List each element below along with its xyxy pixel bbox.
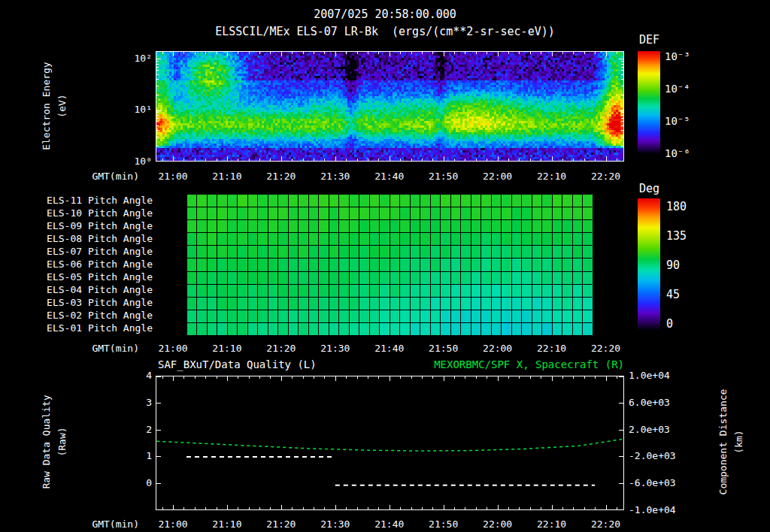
plot-screen: 2007/025 20:58:00.000 ELSSCIL/MEx ELS-07…: [0, 0, 770, 532]
def-colorbar-tick-label: 10⁻⁶: [665, 147, 690, 159]
x-tick-label: 22:00: [483, 343, 512, 354]
x-axis-title: GMT(min): [64, 171, 139, 182]
deg-colorbar-title: Deg: [639, 182, 659, 195]
quality-y-axis-title: Raw Data Quality (Raw): [38, 394, 70, 488]
spectrogram-y-axis-title-line2: (eV): [54, 62, 70, 150]
spectrogram-y-tick-label: 10¹: [120, 104, 152, 115]
quality-y-tick-label: 0: [120, 477, 152, 488]
bottom-right-title: MEXORBMC/SPF X, Spacecraft (R): [323, 358, 624, 370]
electron-spectrogram-canvas: [156, 51, 624, 162]
x-tick-label: 22:00: [483, 171, 512, 182]
def-colorbar-tick-label: 10⁻⁴: [665, 83, 690, 95]
deg-colorbar-tick-label: 0: [666, 317, 673, 331]
x-tick-label: 21:00: [158, 171, 187, 182]
quality-y-tick-label: 3: [120, 397, 152, 408]
spectrogram-y-tick-label: 10²: [120, 53, 152, 64]
pitch-row-label: ELS-02 Pitch Angle: [15, 310, 153, 321]
pitch-row-label: ELS-10 Pitch Angle: [15, 207, 153, 219]
deg-colorbar-tick-label: 45: [666, 288, 680, 301]
bottom-left-title: SAF_BXuT/Data Quality (L): [158, 358, 317, 370]
x-tick-label: 22:20: [591, 171, 620, 182]
x-tick-label: 21:30: [320, 518, 350, 530]
x-tick-label: 22:20: [591, 518, 620, 530]
x-axis-title: GMT(min): [64, 518, 139, 530]
spectrogram-y-axis-title-line1: Electron Energy: [38, 62, 54, 150]
distance-y-axis-title: Component Distance (km): [715, 389, 747, 495]
spectrogram-y-tick-label: 10⁰: [120, 156, 152, 167]
x-tick-label: 21:30: [320, 343, 350, 354]
distance-y-tick-label: 6.0e+03: [629, 397, 670, 408]
distance-y-tick-label: -6.0e+03: [629, 477, 676, 488]
pitch-row-label: ELS-08 Pitch Angle: [15, 233, 153, 244]
x-tick-label: 21:20: [266, 343, 296, 354]
pitch-row-label: ELS-03 Pitch Angle: [15, 297, 153, 308]
x-tick-label: 21:40: [374, 171, 404, 182]
distance-y-tick-label: -2.0e+03: [629, 450, 676, 461]
x-tick-label: 21:10: [212, 343, 241, 354]
x-tick-label: 21:00: [158, 343, 187, 354]
def-colorbar-title: DEF: [639, 33, 659, 47]
x-tick-label: 21:30: [320, 171, 350, 182]
quality-y-axis-title-line2: (Raw): [54, 394, 70, 488]
x-tick-label: 21:00: [158, 518, 187, 530]
x-tick-label: 21:50: [429, 343, 458, 354]
def-colorbar-tick-label: 10⁻³: [665, 50, 690, 62]
x-tick-label: 21:40: [374, 343, 404, 354]
quality-y-tick-label: 4: [120, 370, 152, 381]
x-tick-label: 22:00: [483, 518, 512, 530]
timestamp-title: 2007/025 20:58:00.000: [0, 8, 770, 21]
spectrogram-y-axis-title: Electron Energy (eV): [38, 62, 70, 150]
x-tick-label: 21:20: [266, 171, 296, 182]
quality-y-axis-title-line1: Raw Data Quality: [38, 394, 54, 488]
deg-colorbar-tick-label: 135: [666, 229, 687, 243]
quality-y-tick-label: 2: [120, 424, 152, 435]
pitch-row-label: ELS-01 Pitch Angle: [15, 322, 153, 334]
pitch-row-label: ELS-07 Pitch Angle: [15, 246, 153, 257]
deg-colorbar-gradient: [638, 198, 660, 331]
deg-colorbar-tick-label: 90: [666, 258, 680, 272]
x-tick-label: 22:10: [537, 518, 566, 530]
x-axis-title: GMT(min): [64, 343, 139, 354]
deg-colorbar-tick-label: 180: [666, 200, 687, 213]
pitch-row-label: ELS-11 Pitch Angle: [15, 195, 153, 206]
pitch-angle-grid-canvas: [156, 192, 624, 337]
x-tick-label: 21:40: [374, 518, 404, 530]
distance-y-tick-label: 2.0e+03: [629, 424, 670, 435]
x-tick-label: 21:50: [429, 171, 458, 182]
distance-y-tick-label: -1.0e+04: [629, 504, 676, 515]
quality-y-tick-label: 1: [120, 450, 152, 461]
pitch-row-label: ELS-06 Pitch Angle: [15, 258, 153, 270]
pitch-row-label: ELS-09 Pitch Angle: [15, 220, 153, 231]
pitch-row-label: ELS-05 Pitch Angle: [15, 271, 153, 283]
x-tick-label: 21:20: [266, 518, 296, 530]
def-colorbar-tick-label: 10⁻⁵: [665, 115, 690, 127]
x-tick-label: 22:20: [591, 343, 620, 354]
x-tick-label: 21:10: [212, 171, 241, 182]
distance-y-axis-title-line1: Component Distance: [715, 389, 731, 495]
quality-distance-plot-canvas: [156, 376, 624, 510]
pitch-row-label: ELS-04 Pitch Angle: [15, 284, 153, 295]
distance-y-axis-title-line2: (km): [731, 389, 747, 495]
x-tick-label: 22:10: [537, 171, 566, 182]
x-tick-label: 21:50: [429, 518, 458, 530]
distance-y-tick-label: 1.0e+04: [629, 370, 670, 381]
def-colorbar-gradient: [638, 51, 660, 154]
x-tick-label: 22:10: [537, 343, 566, 354]
x-tick-label: 21:10: [212, 518, 241, 530]
